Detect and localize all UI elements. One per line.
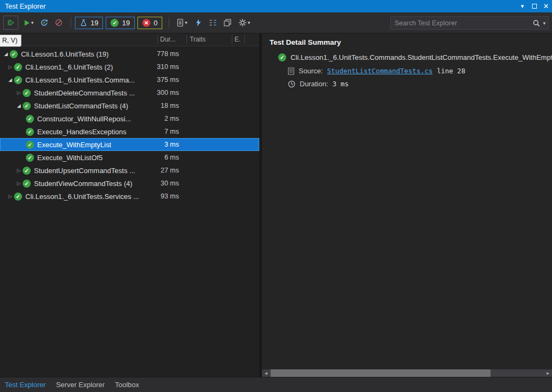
- cancel-button[interactable]: [52, 16, 65, 30]
- column-separator: [157, 35, 158, 44]
- source-label: Source:: [299, 67, 323, 75]
- test-tree-row[interactable]: Cli.Lesson1._6.UnitTests.Services ... 93…: [0, 190, 259, 203]
- test-name: Cli.Lesson1.6.UnitTests (19): [21, 50, 109, 58]
- test-tree-row[interactable]: Cli.Lesson1.6.UnitTests (19) 778 ms: [0, 47, 259, 60]
- tab-test-explorer[interactable]: Test Explorer: [5, 381, 46, 389]
- duration-label: Duration:: [300, 80, 328, 88]
- test-name: StudentDeleteCommandTests ...: [34, 89, 135, 97]
- layers-button[interactable]: [221, 16, 234, 30]
- test-duration: 300 ms: [141, 89, 179, 97]
- content-area: Dur... Traits E. Cli.Lesson1.6.UnitTests…: [0, 33, 552, 377]
- test-detail-pane: Test Detail Summary Cli.Lesson1._6.UnitT…: [262, 33, 552, 377]
- detail-test-name: Cli.Lesson1._6.UnitTests.Commands.Studen…: [291, 53, 552, 61]
- test-tree-row[interactable]: StudentDeleteCommandTests ... 300 ms: [0, 86, 259, 99]
- expander-icon[interactable]: [15, 181, 23, 186]
- settings-button[interactable]: ▾: [236, 16, 253, 30]
- search-options-button[interactable]: ▾: [543, 20, 546, 26]
- test-tree-row[interactable]: Execute_HandlesExceptions 7 ms: [0, 125, 259, 138]
- test-name: Cli.Lesson1._6.UnitTests.Services ...: [25, 192, 139, 201]
- test-tree-row[interactable]: Cli.Lesson1._6.UnitTests.Comma... 375 ms: [0, 73, 259, 86]
- expander-icon[interactable]: [6, 77, 14, 82]
- test-duration: 310 ms: [141, 63, 179, 71]
- chevron-down-icon: ▾: [521, 3, 524, 10]
- play-icon: [23, 19, 31, 27]
- cancel-icon: [54, 18, 63, 27]
- failed-tests-badge[interactable]: ✕ 0: [137, 17, 162, 29]
- run-after-build-button[interactable]: [192, 16, 205, 30]
- run-all-button[interactable]: [3, 16, 18, 30]
- column-header-duration[interactable]: Dur...: [160, 36, 176, 43]
- search-input[interactable]: [391, 19, 533, 27]
- expander-icon[interactable]: [15, 103, 23, 108]
- detail-title: Test Detail Summary: [262, 33, 552, 46]
- check-circle-icon: ✓: [111, 19, 119, 27]
- test-tree-pane: Dur... Traits E. Cli.Lesson1.6.UnitTests…: [0, 33, 259, 377]
- bottom-tab-bar: Test Explorer Server Explorer Toolbox: [0, 377, 552, 392]
- test-duration: 3 ms: [141, 141, 179, 148]
- column-header-traits[interactable]: Traits: [190, 36, 206, 43]
- test-passed-icon: [10, 50, 18, 58]
- test-tree-row[interactable]: StudentListCommandTests (4) 18 ms: [0, 99, 259, 112]
- chevron-down-icon: ▾: [185, 20, 188, 25]
- toolbar: ▾ 19 ✓ 19 ✕ 0 ▾: [0, 12, 552, 33]
- test-passed-icon: [23, 102, 31, 110]
- test-duration: 7 ms: [141, 128, 179, 135]
- test-tree-row[interactable]: Constructor_WithNullReposi... 2 ms: [0, 112, 259, 125]
- source-file-link[interactable]: StudentListCommandTests.cs: [327, 67, 433, 75]
- expander-icon[interactable]: [15, 168, 23, 173]
- chevron-down-icon: ▾: [31, 20, 34, 25]
- repeat-run-button[interactable]: [38, 16, 51, 30]
- repeat-run-icon: [40, 18, 49, 27]
- expander-icon[interactable]: [6, 194, 14, 199]
- close-button[interactable]: ✕: [540, 0, 552, 12]
- toolbar-separator: [71, 17, 71, 28]
- test-name: Cli.Lesson1._6.UnitTests.Comma...: [25, 76, 135, 84]
- gear-icon: [238, 18, 247, 27]
- horizontal-scrollbar[interactable]: ◄ ►: [262, 369, 552, 377]
- expander-icon[interactable]: [6, 64, 14, 70]
- tooltip-fragment: R, V): [0, 35, 22, 47]
- expander-icon[interactable]: [15, 90, 23, 95]
- layers-icon: [223, 18, 232, 27]
- maximize-icon: [532, 4, 537, 9]
- passed-tests-badge[interactable]: ✓ 19: [106, 17, 134, 29]
- duration-value: 3 ms: [333, 80, 349, 88]
- test-tree-row[interactable]: Execute_WithListOf5 6 ms: [0, 151, 259, 164]
- test-tree-row[interactable]: StudentUpsertCommandTests ... 27 ms: [0, 164, 259, 177]
- test-tree-row[interactable]: StudentViewCommandTests (4) 30 ms: [0, 177, 259, 190]
- column-header-error[interactable]: E.: [234, 36, 240, 43]
- failed-tests-count: 0: [154, 19, 157, 27]
- test-passed-icon: [278, 53, 286, 61]
- search-button[interactable]: [533, 19, 540, 27]
- magnifier-icon: [533, 19, 540, 27]
- test-passed-icon: [23, 180, 31, 188]
- playlist-button[interactable]: ▾: [173, 16, 190, 30]
- tab-server-explorer[interactable]: Server Explorer: [56, 381, 105, 389]
- test-tree-row-selected[interactable]: Execute_WithEmptyList 3 ms: [0, 138, 259, 151]
- hierarchy-icon: [209, 18, 217, 27]
- scrollbar-thumb[interactable]: [271, 369, 491, 377]
- window-position-button[interactable]: ▾: [516, 0, 528, 12]
- test-passed-icon: [23, 167, 31, 175]
- document-icon: [288, 67, 294, 75]
- group-by-button[interactable]: [206, 16, 219, 30]
- test-duration: 6 ms: [141, 154, 179, 161]
- expander-icon[interactable]: [2, 51, 10, 57]
- tab-toolbox[interactable]: Toolbox: [115, 381, 139, 389]
- clock-icon: [288, 80, 295, 88]
- detail-duration-row: Duration: 3 ms: [288, 80, 552, 88]
- lightning-icon: [195, 19, 202, 27]
- run-all-icon: [6, 18, 15, 27]
- test-tree-row[interactable]: Cli.Lesson1._6.UnitTests (2) 310 ms: [0, 60, 259, 73]
- total-tests-badge[interactable]: 19: [75, 17, 103, 29]
- test-passed-icon: [14, 63, 22, 71]
- test-duration: 18 ms: [141, 102, 179, 109]
- test-name: Execute_HandlesExceptions: [37, 128, 127, 136]
- scroll-right-arrow-icon[interactable]: ►: [544, 369, 552, 377]
- run-button[interactable]: ▾: [20, 16, 36, 30]
- scroll-left-arrow-icon[interactable]: ◄: [262, 369, 270, 377]
- toolbar-separator: [169, 17, 169, 28]
- flask-icon: [80, 19, 87, 26]
- passed-tests-count: 19: [122, 19, 129, 27]
- maximize-button[interactable]: [528, 0, 540, 12]
